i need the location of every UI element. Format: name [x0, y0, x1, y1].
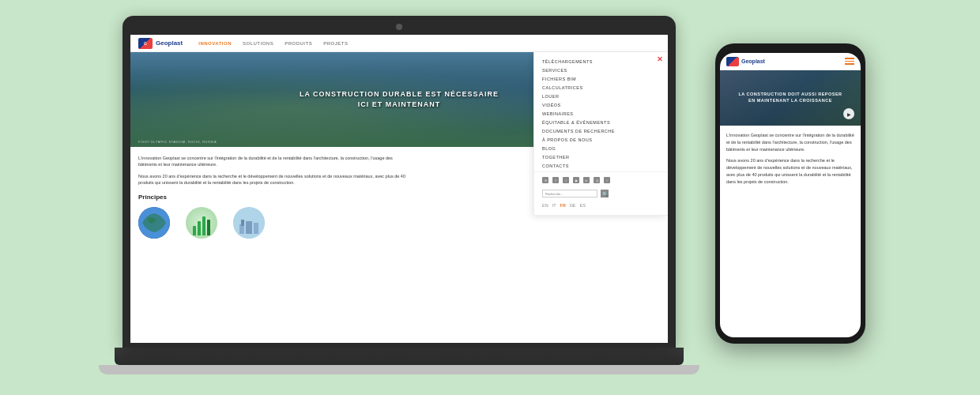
bar-2 — [198, 221, 201, 235]
phone-logo-area: Geoplast — [726, 57, 765, 66]
site-nav: G Geoplast INNOVATION SOLUTIONS PRODUITS… — [130, 35, 668, 52]
other-icon[interactable]: ○ — [604, 177, 610, 183]
dropdown-social: ✉ f t ▶ in ◎ ○ — [534, 174, 668, 186]
lang-it[interactable]: IT — [552, 203, 556, 208]
laptop-camera — [396, 24, 402, 30]
menu-line-2 — [845, 61, 854, 62]
nav-produits[interactable]: PRODUITS — [285, 41, 312, 46]
circle-earth — [138, 207, 170, 239]
dropdown-louer[interactable]: LOUER — [534, 92, 668, 100]
phone-notch — [767, 43, 814, 51]
bar-1 — [193, 226, 196, 235]
phone-hamburger-button[interactable] — [845, 58, 854, 65]
hero-caption: FISHT OLYMPIC STADIUM, SOCHI, RUSSIA — [138, 140, 217, 144]
search-input[interactable] — [542, 190, 597, 198]
dropdown-documents[interactable]: DOCUMENTS DE RECHERCHE — [534, 126, 668, 135]
dropdown-menu: ✕ TÉLÉCHARGEMENTS SERVICES FICHIERS BIM … — [533, 52, 668, 216]
dropdown-fichiers-bim[interactable]: FICHIERS BIM — [534, 74, 668, 83]
phone-nav: Geoplast — [720, 53, 861, 70]
dropdown-webinaires[interactable]: WEBINAIRES — [534, 109, 668, 118]
circle-city — [233, 207, 265, 239]
hero-title: LA CONSTRUCTION DURABLE EST NÉCESSAIRE I… — [300, 89, 499, 109]
dropdown-videos[interactable]: VIDÉOS — [534, 100, 668, 109]
dropdown-search: 🔍 — [534, 186, 668, 201]
dropdown-divider-1 — [534, 171, 668, 172]
bar-3 — [202, 216, 205, 235]
lang-en[interactable]: EN — [542, 203, 548, 208]
logo-area: G Geoplast — [138, 38, 183, 49]
content-paragraph-2: Nous avons 20 ans d'expérience dans la r… — [138, 173, 407, 186]
laptop-screen-outer: G Geoplast INNOVATION SOLUTIONS PRODUITS… — [122, 16, 676, 348]
phone: Geoplast LA CONSTRUCTION DOIT AUSSI REPO… — [715, 43, 865, 352]
nav-innovation[interactable]: INNOVATION — [198, 41, 232, 46]
twitter-icon[interactable]: t — [563, 177, 569, 183]
svg-rect-3 — [246, 221, 252, 234]
lang-de[interactable]: DE — [570, 203, 576, 208]
youtube-icon[interactable]: ▶ — [573, 177, 579, 183]
dropdown-close-button[interactable]: ✕ — [657, 55, 663, 63]
phone-hero-title: LA CONSTRUCTION DOIT AUSSI REPOSER EN MA… — [732, 92, 848, 103]
phone-logo-icon — [726, 57, 739, 66]
nav-links: INNOVATION SOLUTIONS PRODUITS PROJETS — [198, 41, 348, 46]
phone-body: Geoplast LA CONSTRUCTION DOIT AUSSI REPO… — [715, 43, 865, 344]
nav-projets[interactable]: PROJETS — [323, 41, 348, 46]
dropdown-telechargements[interactable]: TÉLÉCHARGEMENTS — [534, 57, 668, 66]
laptop-screen: G Geoplast INNOVATION SOLUTIONS PRODUITS… — [130, 35, 668, 343]
search-button[interactable]: 🔍 — [601, 190, 609, 198]
circle-graph — [186, 207, 217, 239]
dropdown-lang: EN IT FR DE ES — [534, 201, 668, 210]
geoplast-logo-icon: G — [138, 38, 153, 49]
nav-solutions[interactable]: SOLUTIONS — [243, 41, 273, 46]
facebook-icon[interactable]: f — [552, 177, 559, 183]
phone-screen: Geoplast LA CONSTRUCTION DOIT AUSSI REPO… — [720, 53, 861, 337]
linkedin-icon[interactable]: in — [583, 177, 590, 183]
website: G Geoplast INNOVATION SOLUTIONS PRODUITS… — [130, 35, 668, 343]
phone-play-button[interactable]: ▶ — [843, 108, 854, 119]
dropdown-blog[interactable]: BLOG — [534, 144, 668, 152]
dropdown-equitable[interactable]: ÉQUITABLE & ÉVÉNEMENTS — [534, 118, 668, 126]
dropdown-services[interactable]: SERVICES — [534, 66, 668, 74]
content-paragraph-1: L'innovation Geoplast se concentre sur l… — [138, 155, 407, 168]
dropdown-calculatrices[interactable]: CALCULATRICES — [534, 83, 668, 92]
laptop-foot — [99, 365, 699, 374]
menu-line-1 — [845, 58, 854, 59]
phone-content: L'innovation Geoplast se concentre sur l… — [720, 126, 861, 197]
menu-line-3 — [845, 63, 854, 65]
phone-logo-text: Geoplast — [741, 58, 765, 64]
laptop: G Geoplast INNOVATION SOLUTIONS PRODUITS… — [115, 16, 684, 379]
phone-paragraph-2: Nous avons 20 ans d'expérience dans la r… — [726, 157, 854, 185]
dropdown-contacts[interactable]: CONTACTS — [534, 161, 668, 170]
laptop-base — [115, 348, 684, 365]
phone-hero: LA CONSTRUCTION DOIT AUSSI REPOSER EN MA… — [720, 70, 861, 126]
email-icon[interactable]: ✉ — [542, 177, 548, 183]
svg-rect-5 — [241, 220, 244, 226]
instagram-icon[interactable]: ◎ — [594, 177, 600, 183]
dropdown-together[interactable]: TOGETHER — [534, 152, 668, 161]
svg-rect-4 — [254, 223, 258, 234]
dropdown-apropos[interactable]: À PROPOS DE NOUS — [534, 135, 668, 144]
bar-4 — [207, 220, 210, 235]
lang-fr[interactable]: FR — [560, 203, 566, 208]
lang-es[interactable]: ES — [580, 203, 586, 208]
logo-text: Geoplast — [156, 40, 183, 47]
phone-website: Geoplast LA CONSTRUCTION DOIT AUSSI REPO… — [720, 53, 861, 337]
phone-paragraph-1: L'innovation Geoplast se concentre sur l… — [726, 132, 854, 152]
